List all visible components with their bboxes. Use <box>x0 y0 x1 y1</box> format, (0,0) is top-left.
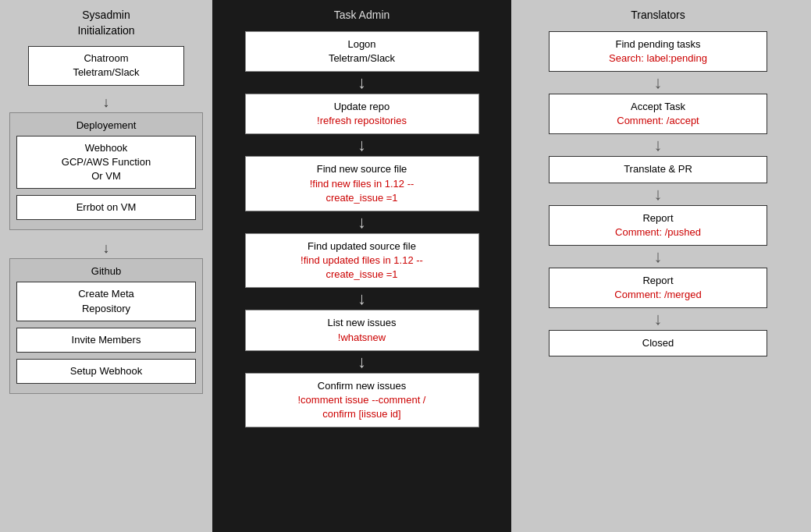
find-pending-box: Find pending tasks Search: label:pending <box>549 31 767 72</box>
deployment-label: Deployement <box>76 119 137 131</box>
report-merged-cmd: Comment: /merged <box>614 289 701 300</box>
find-updated-cmd: !find updated files in 1.12 --create_iss… <box>301 254 423 280</box>
accept-task-cmd: Comment: /accept <box>617 115 699 126</box>
tr-arrow-4: ↓ <box>654 248 663 265</box>
ta-arrow-4: ↓ <box>357 290 366 307</box>
tr-arrow-2: ↓ <box>654 137 663 154</box>
confirm-issues-box: Confirm new issues !comment issue --comm… <box>245 373 479 428</box>
github-label: Github <box>91 265 121 277</box>
find-pending-cmd: Search: label:pending <box>609 52 707 64</box>
translators-column: Translators Find pending tasks Search: l… <box>511 0 805 532</box>
report-pushed-cmd: Comment: /pushed <box>615 226 701 238</box>
update-repo-cmd: !refresh repositories <box>317 115 407 126</box>
tr-arrow-5: ↓ <box>654 310 663 328</box>
translators-flow: Find pending tasks Search: label:pending… <box>521 31 795 357</box>
translate-pr-box: Translate & PR <box>549 156 767 183</box>
translators-title: Translators <box>631 8 685 23</box>
create-meta-box: Create MetaRepository <box>16 282 196 321</box>
arrow-1: ↓ <box>103 95 110 109</box>
confirm-issues-cmd: !comment issue --comment /confirm [iissu… <box>298 394 426 420</box>
errbot-box: Errbot on VM <box>16 195 196 220</box>
find-new-box: Find new source file !find new files in … <box>245 156 479 211</box>
ta-arrow-1: ↓ <box>357 74 366 91</box>
accept-task-box: Accept Task Comment: /accept <box>549 94 767 134</box>
setup-webhook-box: Setup Webhook <box>16 359 196 384</box>
logon-box: LogonTeletram/Slack <box>245 31 479 72</box>
report-pushed-box: Report Comment: /pushed <box>549 205 767 246</box>
main-container: SysadminInitialization ChatroomTeletram/… <box>0 0 811 532</box>
list-issues-cmd: !whatsnew <box>338 332 386 343</box>
sysadmin-column: SysadminInitialization ChatroomTeletram/… <box>0 0 219 532</box>
ta-arrow-3: ↓ <box>357 214 366 231</box>
taskadmin-column: Task Admin LogonTeletram/Slack ↓ Update … <box>219 0 511 532</box>
update-repo-box: Update repo !refresh repositories <box>245 94 479 134</box>
taskadmin-title: Task Admin <box>334 8 390 23</box>
github-group: Github Create MetaRepository Invite Memb… <box>9 258 203 394</box>
find-new-cmd: !find new files in 1.12 --create_issue =… <box>310 178 414 204</box>
webhook-box: WebhookGCP/AWS FunctionOr VM <box>16 136 196 190</box>
chatroom-box: ChatroomTeletram/Slack <box>28 46 184 85</box>
report-merged-box: Report Comment: /merged <box>549 268 767 308</box>
list-issues-box: List new issues !whatsnew <box>245 310 479 350</box>
tr-arrow-3: ↓ <box>654 186 663 203</box>
deployment-group: Deployement WebhookGCP/AWS FunctionOr VM… <box>9 112 203 231</box>
arrow-2: ↓ <box>103 241 110 255</box>
ta-arrow-5: ↓ <box>357 353 366 371</box>
closed-box: Closed <box>549 330 767 356</box>
invite-members-box: Invite Members <box>16 328 196 353</box>
taskadmin-flow: LogonTeletram/Slack ↓ Update repo !refre… <box>228 31 496 428</box>
ta-arrow-2: ↓ <box>357 137 366 154</box>
tr-arrow-1: ↓ <box>654 74 663 91</box>
find-updated-box: Find updated source file !find updated f… <box>245 233 479 289</box>
sysadmin-title: SysadminInitialization <box>77 8 134 38</box>
